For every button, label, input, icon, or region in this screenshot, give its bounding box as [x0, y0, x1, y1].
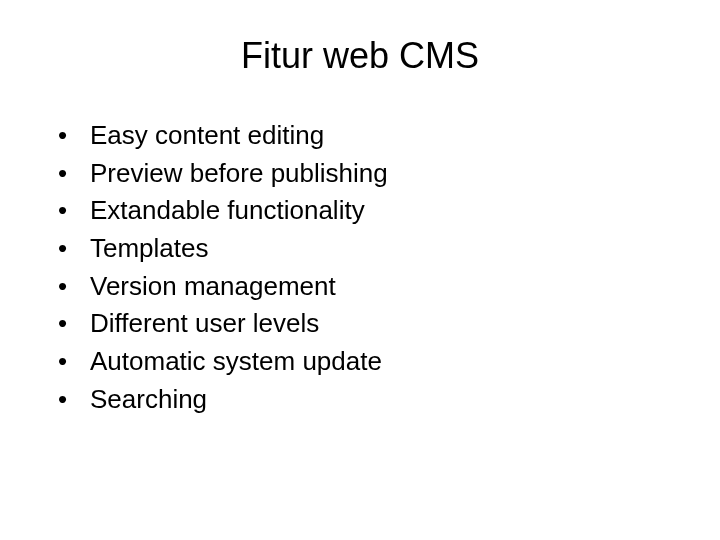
- list-item: Version management: [58, 268, 670, 306]
- list-item: Preview before publishing: [58, 155, 670, 193]
- slide-title: Fitur web CMS: [50, 35, 670, 77]
- list-item: Searching: [58, 381, 670, 419]
- list-item: Different user levels: [58, 305, 670, 343]
- list-item: Automatic system update: [58, 343, 670, 381]
- bullet-list: Easy content editing Preview before publ…: [50, 117, 670, 419]
- slide: Fitur web CMS Easy content editing Previ…: [0, 0, 720, 540]
- list-item: Templates: [58, 230, 670, 268]
- list-item: Easy content editing: [58, 117, 670, 155]
- list-item: Extandable functionality: [58, 192, 670, 230]
